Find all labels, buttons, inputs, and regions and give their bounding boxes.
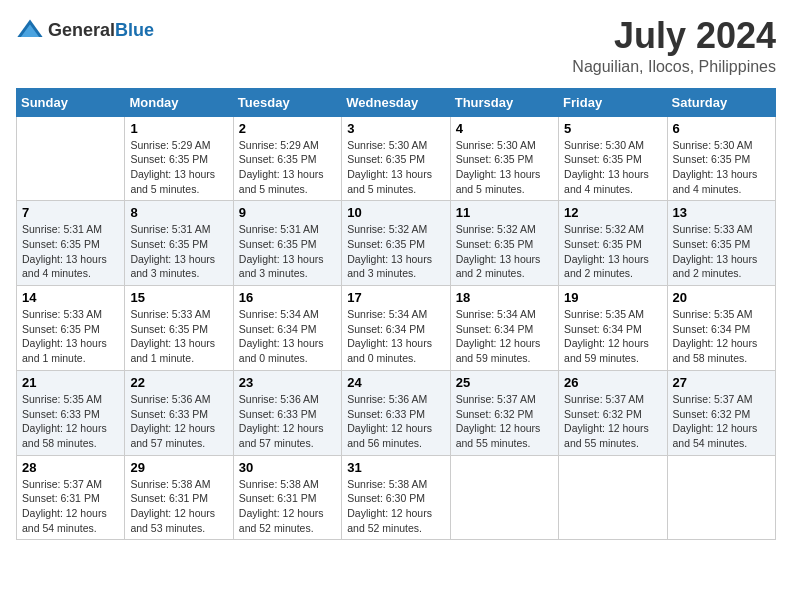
week-row-5: 28Sunrise: 5:37 AMSunset: 6:31 PMDayligh… xyxy=(17,455,776,540)
day-cell: 18Sunrise: 5:34 AMSunset: 6:34 PMDayligh… xyxy=(450,286,558,371)
day-number: 23 xyxy=(239,375,336,390)
day-cell: 12Sunrise: 5:32 AMSunset: 6:35 PMDayligh… xyxy=(559,201,667,286)
day-number: 5 xyxy=(564,121,661,136)
week-row-3: 14Sunrise: 5:33 AMSunset: 6:35 PMDayligh… xyxy=(17,286,776,371)
day-info: Sunrise: 5:30 AMSunset: 6:35 PMDaylight:… xyxy=(347,138,444,197)
day-number: 28 xyxy=(22,460,119,475)
day-info: Sunrise: 5:34 AMSunset: 6:34 PMDaylight:… xyxy=(456,307,553,366)
day-cell: 23Sunrise: 5:36 AMSunset: 6:33 PMDayligh… xyxy=(233,370,341,455)
day-cell: 15Sunrise: 5:33 AMSunset: 6:35 PMDayligh… xyxy=(125,286,233,371)
day-cell: 26Sunrise: 5:37 AMSunset: 6:32 PMDayligh… xyxy=(559,370,667,455)
day-info: Sunrise: 5:37 AMSunset: 6:32 PMDaylight:… xyxy=(673,392,770,451)
day-number: 15 xyxy=(130,290,227,305)
day-cell: 30Sunrise: 5:38 AMSunset: 6:31 PMDayligh… xyxy=(233,455,341,540)
day-info: Sunrise: 5:29 AMSunset: 6:35 PMDaylight:… xyxy=(130,138,227,197)
day-cell: 20Sunrise: 5:35 AMSunset: 6:34 PMDayligh… xyxy=(667,286,775,371)
header-row: SundayMondayTuesdayWednesdayThursdayFrid… xyxy=(17,88,776,116)
day-info: Sunrise: 5:30 AMSunset: 6:35 PMDaylight:… xyxy=(673,138,770,197)
day-info: Sunrise: 5:31 AMSunset: 6:35 PMDaylight:… xyxy=(130,222,227,281)
column-header-wednesday: Wednesday xyxy=(342,88,450,116)
day-info: Sunrise: 5:36 AMSunset: 6:33 PMDaylight:… xyxy=(347,392,444,451)
day-number: 9 xyxy=(239,205,336,220)
day-cell: 24Sunrise: 5:36 AMSunset: 6:33 PMDayligh… xyxy=(342,370,450,455)
day-cell: 28Sunrise: 5:37 AMSunset: 6:31 PMDayligh… xyxy=(17,455,125,540)
day-number: 22 xyxy=(130,375,227,390)
week-row-4: 21Sunrise: 5:35 AMSunset: 6:33 PMDayligh… xyxy=(17,370,776,455)
day-cell: 8Sunrise: 5:31 AMSunset: 6:35 PMDaylight… xyxy=(125,201,233,286)
day-number: 25 xyxy=(456,375,553,390)
calendar-table: SundayMondayTuesdayWednesdayThursdayFrid… xyxy=(16,88,776,541)
day-number: 14 xyxy=(22,290,119,305)
day-cell xyxy=(667,455,775,540)
day-cell: 31Sunrise: 5:38 AMSunset: 6:30 PMDayligh… xyxy=(342,455,450,540)
day-info: Sunrise: 5:35 AMSunset: 6:33 PMDaylight:… xyxy=(22,392,119,451)
day-number: 29 xyxy=(130,460,227,475)
day-info: Sunrise: 5:30 AMSunset: 6:35 PMDaylight:… xyxy=(456,138,553,197)
day-info: Sunrise: 5:37 AMSunset: 6:32 PMDaylight:… xyxy=(456,392,553,451)
day-number: 3 xyxy=(347,121,444,136)
day-info: Sunrise: 5:32 AMSunset: 6:35 PMDaylight:… xyxy=(456,222,553,281)
day-number: 10 xyxy=(347,205,444,220)
day-info: Sunrise: 5:34 AMSunset: 6:34 PMDaylight:… xyxy=(239,307,336,366)
day-info: Sunrise: 5:33 AMSunset: 6:35 PMDaylight:… xyxy=(130,307,227,366)
day-info: Sunrise: 5:31 AMSunset: 6:35 PMDaylight:… xyxy=(239,222,336,281)
day-info: Sunrise: 5:32 AMSunset: 6:35 PMDaylight:… xyxy=(347,222,444,281)
column-header-monday: Monday xyxy=(125,88,233,116)
column-header-thursday: Thursday xyxy=(450,88,558,116)
title-block: July 2024 Naguilian, Ilocos, Philippines xyxy=(572,16,776,76)
day-info: Sunrise: 5:38 AMSunset: 6:31 PMDaylight:… xyxy=(130,477,227,536)
day-number: 8 xyxy=(130,205,227,220)
column-header-tuesday: Tuesday xyxy=(233,88,341,116)
day-number: 20 xyxy=(673,290,770,305)
day-cell: 17Sunrise: 5:34 AMSunset: 6:34 PMDayligh… xyxy=(342,286,450,371)
day-number: 13 xyxy=(673,205,770,220)
day-cell: 14Sunrise: 5:33 AMSunset: 6:35 PMDayligh… xyxy=(17,286,125,371)
day-info: Sunrise: 5:34 AMSunset: 6:34 PMDaylight:… xyxy=(347,307,444,366)
day-cell: 27Sunrise: 5:37 AMSunset: 6:32 PMDayligh… xyxy=(667,370,775,455)
day-info: Sunrise: 5:36 AMSunset: 6:33 PMDaylight:… xyxy=(130,392,227,451)
day-info: Sunrise: 5:33 AMSunset: 6:35 PMDaylight:… xyxy=(673,222,770,281)
day-cell xyxy=(559,455,667,540)
day-number: 30 xyxy=(239,460,336,475)
day-cell: 22Sunrise: 5:36 AMSunset: 6:33 PMDayligh… xyxy=(125,370,233,455)
day-number: 27 xyxy=(673,375,770,390)
day-number: 1 xyxy=(130,121,227,136)
day-info: Sunrise: 5:30 AMSunset: 6:35 PMDaylight:… xyxy=(564,138,661,197)
day-cell: 16Sunrise: 5:34 AMSunset: 6:34 PMDayligh… xyxy=(233,286,341,371)
day-info: Sunrise: 5:37 AMSunset: 6:31 PMDaylight:… xyxy=(22,477,119,536)
day-number: 19 xyxy=(564,290,661,305)
day-cell: 3Sunrise: 5:30 AMSunset: 6:35 PMDaylight… xyxy=(342,116,450,201)
day-cell: 11Sunrise: 5:32 AMSunset: 6:35 PMDayligh… xyxy=(450,201,558,286)
day-info: Sunrise: 5:37 AMSunset: 6:32 PMDaylight:… xyxy=(564,392,661,451)
logo-text-blue: Blue xyxy=(115,20,154,40)
day-info: Sunrise: 5:35 AMSunset: 6:34 PMDaylight:… xyxy=(673,307,770,366)
day-cell: 25Sunrise: 5:37 AMSunset: 6:32 PMDayligh… xyxy=(450,370,558,455)
logo: GeneralBlue xyxy=(16,16,154,44)
month-title: July 2024 xyxy=(572,16,776,56)
day-info: Sunrise: 5:38 AMSunset: 6:30 PMDaylight:… xyxy=(347,477,444,536)
day-number: 7 xyxy=(22,205,119,220)
day-cell: 21Sunrise: 5:35 AMSunset: 6:33 PMDayligh… xyxy=(17,370,125,455)
week-row-1: 1Sunrise: 5:29 AMSunset: 6:35 PMDaylight… xyxy=(17,116,776,201)
day-number: 4 xyxy=(456,121,553,136)
week-row-2: 7Sunrise: 5:31 AMSunset: 6:35 PMDaylight… xyxy=(17,201,776,286)
day-cell: 4Sunrise: 5:30 AMSunset: 6:35 PMDaylight… xyxy=(450,116,558,201)
day-number: 6 xyxy=(673,121,770,136)
location-title: Naguilian, Ilocos, Philippines xyxy=(572,58,776,76)
day-cell xyxy=(17,116,125,201)
day-number: 12 xyxy=(564,205,661,220)
day-info: Sunrise: 5:29 AMSunset: 6:35 PMDaylight:… xyxy=(239,138,336,197)
day-info: Sunrise: 5:38 AMSunset: 6:31 PMDaylight:… xyxy=(239,477,336,536)
column-header-sunday: Sunday xyxy=(17,88,125,116)
column-header-friday: Friday xyxy=(559,88,667,116)
day-cell: 2Sunrise: 5:29 AMSunset: 6:35 PMDaylight… xyxy=(233,116,341,201)
day-cell: 13Sunrise: 5:33 AMSunset: 6:35 PMDayligh… xyxy=(667,201,775,286)
day-number: 16 xyxy=(239,290,336,305)
day-cell: 6Sunrise: 5:30 AMSunset: 6:35 PMDaylight… xyxy=(667,116,775,201)
day-cell: 9Sunrise: 5:31 AMSunset: 6:35 PMDaylight… xyxy=(233,201,341,286)
day-info: Sunrise: 5:31 AMSunset: 6:35 PMDaylight:… xyxy=(22,222,119,281)
day-number: 18 xyxy=(456,290,553,305)
logo-text-general: General xyxy=(48,20,115,40)
day-cell xyxy=(450,455,558,540)
day-cell: 5Sunrise: 5:30 AMSunset: 6:35 PMDaylight… xyxy=(559,116,667,201)
